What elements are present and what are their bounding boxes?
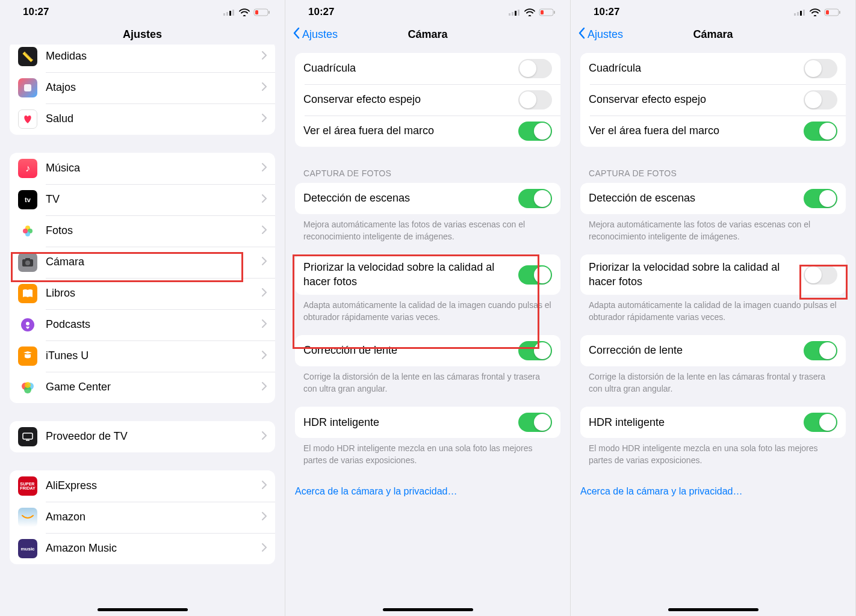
svg-rect-26 (518, 10, 519, 16)
chevron-right-icon (262, 543, 267, 554)
chevron-right-icon (262, 288, 267, 299)
svg-rect-1 (226, 12, 228, 16)
settings-row-camara[interactable]: Cámara (10, 247, 275, 278)
settings-row-gamecenter[interactable]: Game Center (10, 372, 275, 403)
chevron-right-icon (262, 481, 267, 491)
toggle-row-espejo: Conservar efecto espejo (580, 84, 846, 116)
toggle-row-marco: Ver el área fuera del marco (295, 116, 560, 147)
row-label: TV (46, 192, 262, 206)
aliexpress-icon: SUPERFRIDAY (18, 476, 37, 496)
settings-row-medidas[interactable]: 📏 Medidas (10, 45, 275, 72)
toggle-lente[interactable] (518, 341, 552, 360)
cellular-icon (509, 8, 521, 16)
settings-row-podcasts[interactable]: Podcasts (10, 309, 275, 340)
settings-row-libros[interactable]: Libros (10, 278, 275, 309)
gamecenter-icon (18, 378, 37, 397)
toggle-priorizar[interactable] (518, 265, 552, 285)
toggle-row-cuadricula: Cuadrícula (295, 53, 560, 84)
row-label: HDR inteligente (589, 416, 804, 430)
status-bar: 10:27 (571, 0, 855, 22)
toggle-escenas[interactable] (804, 189, 837, 208)
toggle-escenas[interactable] (518, 189, 552, 208)
toggle-row-hdr: HDR inteligente (580, 407, 846, 438)
battery-low-icon (253, 8, 270, 16)
books-icon (18, 284, 37, 303)
toggle-cuadricula[interactable] (804, 59, 837, 78)
settings-row-tvprovider[interactable]: Proveedor de TV (10, 421, 275, 452)
chevron-right-icon (262, 194, 267, 205)
toggle-priorizar[interactable] (804, 265, 837, 285)
row-label: Cuadrícula (589, 61, 804, 75)
row-label: HDR inteligente (303, 416, 518, 430)
settings-row-salud[interactable]: Salud (10, 103, 275, 135)
chevron-right-icon (262, 51, 267, 62)
status-icons (223, 8, 270, 16)
settings-row-aliexpress[interactable]: SUPERFRIDAY AliExpress (10, 470, 275, 502)
svg-rect-35 (839, 11, 840, 14)
phone-settings-list: 10:27 Ajustes 📏 Medidas Atajos (0, 0, 285, 616)
toggle-espejo[interactable] (804, 90, 837, 109)
svg-rect-36 (826, 10, 829, 14)
toggle-marco[interactable] (804, 122, 837, 141)
toggle-row-lente: Corrección de lente (580, 335, 846, 366)
toggle-row-marco: Ver el área fuera del marco (580, 116, 846, 147)
toggle-hdr[interactable] (804, 413, 837, 432)
toggle-lente[interactable] (804, 341, 837, 360)
nav-bar: Ajustes Cámara (571, 22, 855, 48)
photos-icon (18, 221, 37, 241)
itunesu-icon (18, 346, 37, 366)
settings-content[interactable]: 📏 Medidas Atajos Salud ♪ (0, 45, 285, 616)
toggle-hdr[interactable] (518, 413, 552, 432)
footer-hdr: El modo HDR inteligente mezcla en una so… (295, 438, 560, 466)
settings-row-amazon[interactable]: Amazon (10, 502, 275, 533)
music-icon: ♪ (18, 159, 37, 178)
nav-back-button[interactable]: Ajustes (293, 27, 338, 42)
toggle-cuadricula[interactable] (518, 59, 552, 78)
settings-row-fotos[interactable]: Fotos (10, 215, 275, 247)
camera-icon (18, 253, 37, 272)
status-bar: 10:27 (285, 0, 570, 22)
settings-row-amazonmusic[interactable]: music Amazon Music (10, 533, 275, 564)
nav-back-label: Ajustes (302, 28, 338, 41)
toggle-marco[interactable] (518, 122, 552, 141)
row-label: Atajos (46, 81, 262, 94)
settings-row-tv[interactable]: tv TV (10, 184, 275, 215)
camera-settings-content[interactable]: Cuadrícula Conservar efecto espejo Ver e… (285, 48, 570, 616)
row-label: Ver el área fuera del marco (303, 124, 518, 138)
chevron-left-icon (578, 27, 585, 42)
svg-rect-0 (223, 13, 225, 16)
chevron-right-icon (262, 382, 267, 393)
settings-row-atajos[interactable]: Atajos (10, 72, 275, 103)
camera-settings-content[interactable]: Cuadrícula Conservar efecto espejo Ver e… (571, 48, 855, 616)
row-label: Salud (46, 112, 262, 126)
row-label: Cuadrícula (303, 61, 518, 75)
row-label: Amazon (46, 510, 262, 524)
nav-back-button[interactable]: Ajustes (578, 27, 623, 42)
toggle-row-escenas: Detección de escenas (580, 183, 846, 214)
footer-lente: Corrige la distorsión de la lente en las… (295, 366, 560, 395)
row-label: Corrección de lente (589, 343, 804, 357)
row-label: Detección de escenas (589, 191, 804, 205)
settings-row-musica[interactable]: ♪ Música (10, 153, 275, 184)
row-label: Podcasts (46, 318, 262, 331)
footer-escenas: Mejora automáticamente las fotos de vari… (295, 214, 560, 242)
cellular-icon (223, 8, 235, 16)
row-label: Libros (46, 286, 262, 300)
status-time: 10:27 (23, 6, 49, 18)
toggle-row-priorizar: Priorizar la velocidad sobre la calidad … (295, 254, 560, 295)
svg-rect-2 (229, 11, 231, 16)
wifi-icon (524, 8, 535, 16)
toggle-espejo[interactable] (518, 90, 552, 109)
svg-rect-29 (541, 10, 544, 14)
status-icons (509, 8, 556, 16)
ruler-icon: 📏 (18, 47, 37, 66)
tvprovider-icon (18, 427, 37, 446)
chevron-right-icon (262, 226, 267, 236)
svg-rect-3 (232, 10, 234, 16)
battery-low-icon (824, 8, 841, 16)
svg-rect-6 (255, 10, 258, 14)
privacy-link[interactable]: Acerca de la cámara y la privacidad… (580, 478, 846, 505)
home-indicator (668, 608, 758, 611)
settings-row-itunesu[interactable]: iTunes U (10, 340, 275, 372)
privacy-link[interactable]: Acerca de la cámara y la privacidad… (295, 478, 560, 505)
